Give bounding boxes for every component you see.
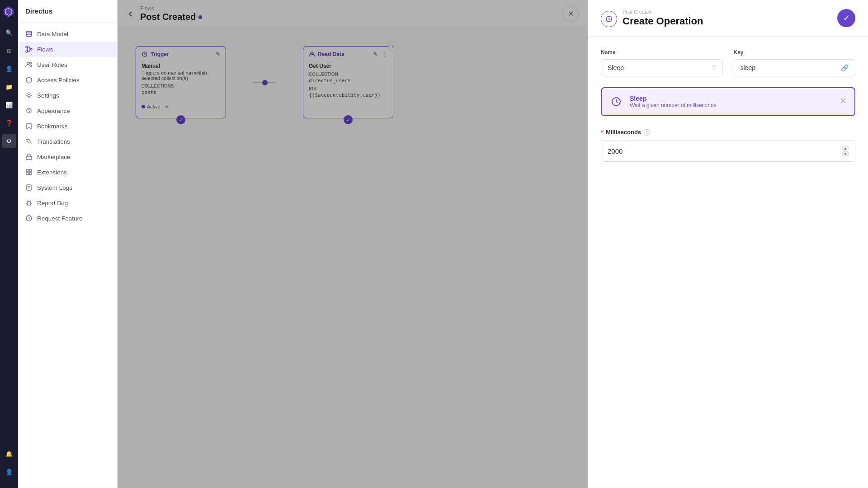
database-icon — [25, 30, 33, 38]
flow-connector-1 — [253, 82, 276, 83]
trigger-check-icon: ✓ — [176, 115, 185, 124]
svg-rect-13 — [26, 173, 28, 175]
svg-point-8 — [28, 94, 30, 97]
request-feature-icon — [25, 215, 33, 222]
trigger-node-body: Manual Triggers on manual run within sel… — [136, 60, 226, 101]
panel-key-field: Key sleep 🔗 — [734, 49, 856, 76]
close-icon: ✕ — [568, 9, 574, 18]
sidebar-label-extensions: Extensions — [37, 169, 67, 176]
settings-icon — [25, 92, 33, 99]
milliseconds-input[interactable]: 2000 ▲ ▼ — [601, 140, 855, 162]
main-content: Flows Post Created ✕ Trigger ✎ Manual Tr… — [118, 0, 588, 488]
svg-point-4 — [30, 48, 32, 50]
read-data-label: Read Data — [318, 51, 344, 57]
nav-icon-users[interactable]: 👤 — [2, 61, 16, 76]
flow-status-indicator — [198, 15, 202, 19]
svg-rect-15 — [27, 185, 31, 190]
trigger-node-header: Trigger ✎ — [136, 47, 226, 60]
read-data-node[interactable]: Read Data ✎ ⋮ Get User Collection direct… — [303, 46, 393, 118]
chevron-down-icon — [164, 104, 170, 109]
spinner-down-button[interactable]: ▼ — [842, 151, 849, 156]
sidebar-item-bookmarks[interactable]: Bookmarks — [18, 118, 117, 134]
read-data-delete-icon[interactable]: ✕ — [388, 42, 397, 51]
active-dot — [142, 105, 145, 108]
sidebar-label-settings: Settings — [37, 92, 59, 99]
flow-canvas: Trigger ✎ Manual Triggers on manual run … — [118, 28, 588, 488]
icon-bar: 🔍 ⊞ 👤 📁 📊 ❓ ⚙ 🔔 👤 — [0, 0, 18, 488]
sidebar-item-system-logs[interactable]: System Logs — [18, 180, 117, 195]
read-data-header: Read Data ✎ ⋮ — [303, 47, 393, 60]
flow-breadcrumb: Flows — [140, 5, 202, 12]
trigger-description: Triggers on manual run within selected c… — [142, 70, 220, 81]
trigger-footer: Active — [136, 101, 226, 112]
sidebar-item-extensions[interactable]: Extensions — [18, 164, 117, 180]
sidebar-item-access-policies[interactable]: Access Policies — [18, 72, 117, 88]
svg-point-16 — [27, 202, 31, 205]
sidebar-label-access-policies: Access Policies — [37, 77, 80, 84]
nav-icon-files[interactable]: 📁 — [2, 80, 16, 94]
svg-rect-11 — [26, 169, 28, 172]
milliseconds-section: * Milliseconds i 2000 ▲ ▼ — [601, 129, 855, 162]
operation-card[interactable]: Sleep Wait a given number of millisecond… — [601, 87, 855, 116]
flow-header: Flows Post Created ✕ — [118, 0, 588, 28]
name-input[interactable]: Sleep T — [601, 59, 723, 76]
sidebar-label-appearance: Appearance — [37, 108, 70, 114]
report-bug-icon — [25, 199, 33, 206]
nav-icon-notifications[interactable]: 🔔 — [2, 446, 16, 461]
sidebar-app-name: Directus — [18, 7, 117, 23]
shield-icon — [25, 76, 33, 84]
app-name-label: Directus — [25, 7, 52, 15]
flow-title: Post Created — [140, 12, 202, 22]
read-data-more-icon[interactable]: ⋮ — [382, 51, 387, 57]
spinner-up-button[interactable]: ▲ — [842, 146, 849, 150]
nav-icon-search[interactable]: 🔍 — [2, 25, 16, 40]
nav-icon-insights[interactable]: 📊 — [2, 98, 16, 112]
name-value: Sleep — [608, 64, 624, 71]
bookmarks-icon — [25, 122, 33, 130]
read-data-check-icon: ✓ — [344, 115, 353, 124]
sidebar-item-data-model[interactable]: Data Model — [18, 26, 117, 42]
sidebar-label-bookmarks: Bookmarks — [37, 123, 68, 130]
sidebar-item-request-feature[interactable]: Request Feature — [18, 211, 117, 226]
milliseconds-value: 2000 — [608, 147, 623, 155]
flows-icon — [25, 46, 33, 53]
read-data-ids-value: {{$accountability.user}} — [309, 92, 387, 98]
panel-save-button[interactable]: ✓ — [837, 9, 855, 27]
flow-close-button[interactable]: ✕ — [562, 6, 579, 22]
marketplace-icon — [25, 153, 33, 160]
sidebar-item-report-bug[interactable]: Report Bug — [18, 195, 117, 211]
key-input[interactable]: sleep 🔗 — [734, 59, 856, 76]
panel-breadcrumb: Post Created — [623, 9, 703, 14]
sidebar-item-settings[interactable]: Settings — [18, 88, 117, 103]
checkmark-icon: ✓ — [843, 13, 850, 23]
sidebar-item-appearance[interactable]: Appearance — [18, 103, 117, 118]
app-logo[interactable] — [3, 5, 15, 18]
operation-card-text: Sleep Wait a given number of millisecond… — [630, 95, 717, 108]
trigger-edit-icon[interactable]: ✎ — [216, 51, 220, 57]
nav-icon-help[interactable]: ❓ — [2, 116, 16, 130]
sidebar-item-translations[interactable]: Translations — [18, 134, 117, 149]
nav-icon-settings[interactable]: ⚙ — [2, 134, 16, 148]
milliseconds-info-icon[interactable]: i — [644, 129, 650, 136]
trigger-node[interactable]: Trigger ✎ Manual Triggers on manual run … — [136, 46, 226, 118]
users-icon — [25, 61, 33, 68]
translations-icon — [25, 138, 33, 145]
panel-header: Post Created Create Operation ✓ — [588, 0, 868, 37]
nav-icon-profile[interactable]: 👤 — [2, 465, 16, 479]
operation-title: Sleep — [630, 95, 717, 102]
svg-rect-10 — [26, 156, 32, 160]
sidebar-item-user-roles[interactable]: User Roles — [18, 57, 117, 72]
key-link-icon: 🔗 — [841, 64, 849, 71]
nav-icon-content[interactable]: ⊞ — [2, 43, 16, 58]
trigger-collections-value: posts — [142, 89, 220, 95]
read-data-edit-icon[interactable]: ✎ — [373, 51, 377, 57]
flow-back-button[interactable] — [127, 10, 135, 18]
panel-header-text: Post Created Create Operation — [623, 9, 703, 27]
milliseconds-label: * Milliseconds i — [601, 129, 855, 136]
trigger-status: Active — [147, 104, 160, 109]
sidebar-item-marketplace[interactable]: Marketplace — [18, 149, 117, 164]
svg-rect-12 — [29, 169, 32, 172]
sidebar-item-flows[interactable]: Flows — [18, 42, 117, 57]
operation-close-button[interactable] — [839, 97, 847, 107]
key-label: Key — [734, 49, 856, 56]
